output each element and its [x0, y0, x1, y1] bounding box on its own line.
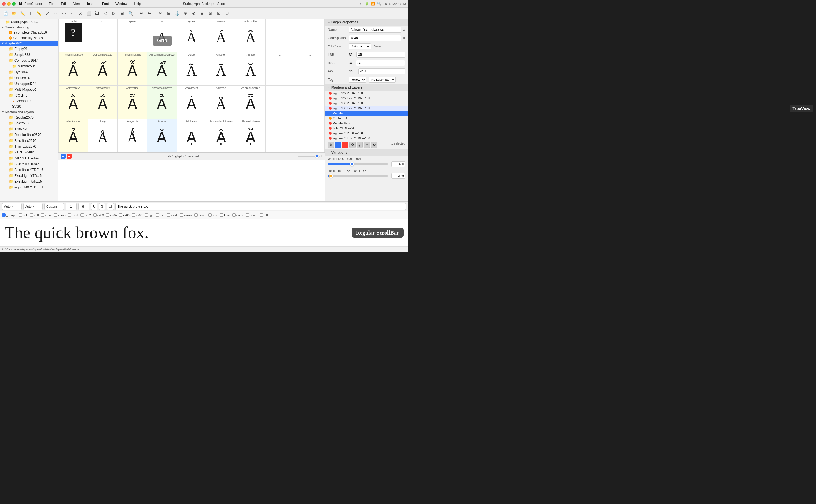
rsb-input[interactable] [356, 60, 405, 66]
ot-feature-frac[interactable]: frac [208, 213, 218, 217]
extra-tool-button[interactable]: ⚙ [371, 142, 377, 148]
glyph-cell-notdef[interactable]: .notdef ? [59, 19, 88, 52]
glyph-cell-abrevehookabove[interactable]: Abrevehookabove Ẳ [147, 86, 177, 119]
grid-zoom-slider[interactable]: − + [295, 155, 323, 158]
glyph-cell-acircumflexdotbelow[interactable]: Acircumflexdotbelow Ậ [206, 119, 236, 152]
sidebar-item-thin[interactable]: 📁 Thin 2570 [0, 126, 58, 132]
toolbar-button-crop[interactable]: ✂ [157, 9, 164, 17]
case-checkbox[interactable] [41, 213, 44, 217]
ot-feature-cv01[interactable]: cv01 [68, 213, 78, 217]
variations-header[interactable]: ▲ Variations [325, 149, 408, 156]
ot-feature-cv03[interactable]: cv03 [93, 213, 104, 217]
zoom-thumb[interactable] [315, 155, 319, 158]
sidebar-item-extralight[interactable]: 📁 ExtraLight YTD... 5 [0, 173, 58, 178]
master-item-wght349[interactable]: wght=349 YTDE=-188 [325, 91, 408, 96]
menu-view[interactable]: View [72, 1, 82, 6]
glyph-cell-cr[interactable]: CR [88, 19, 118, 52]
sidebar-item-bold-italic-ytde[interactable]: 📁 Bold Italic YTDE... 6 [0, 167, 58, 173]
toolbar-button-zoom[interactable]: 🔍 [127, 9, 134, 17]
glyph-cell-adotaccent[interactable]: Adotaccent Ȧ [177, 86, 206, 119]
glyph-cell-atilde[interactable]: Atilde Ã [177, 52, 206, 86]
checkbox-button[interactable]: ☑ [107, 203, 114, 210]
sidebar-item-empty[interactable]: 📁 Empty 21 [0, 46, 58, 52]
aalt-checkbox[interactable] [19, 213, 22, 217]
sidebar-item-simple[interactable]: 📁 Simple 838 [0, 52, 58, 57]
toolbar-button-select[interactable]: ⊞ [118, 9, 126, 17]
rclt-checkbox[interactable] [260, 213, 263, 217]
glyph-cell-acircumflexhookabove[interactable]: Acircumflexhookabove Ẩ [147, 52, 177, 86]
sidebar-item-regular-italic[interactable]: 📁 Regular Italic 2570 [0, 132, 58, 138]
toolbar-button-component[interactable]: ⊕ [182, 9, 189, 17]
glyph-cell-abrevegrave[interactable]: Abrevegrave Ằ [59, 86, 88, 119]
ot-feature-shape[interactable]: _shape [2, 213, 16, 217]
toolbar-button-knife[interactable]: ⚔ [77, 9, 84, 17]
cv03-checkbox[interactable] [93, 213, 97, 217]
glyph-cell-acircumflexacute[interactable]: Acircumflexacute Ấ [88, 52, 118, 86]
ot-feature-onum[interactable]: onum [246, 213, 258, 217]
descender-slider[interactable] [328, 174, 388, 178]
onum-checkbox[interactable] [246, 213, 249, 217]
glyph-cell-abreveacute[interactable]: Abreveacute Ắ [88, 86, 118, 119]
glyph-cell-a[interactable]: A A [147, 19, 177, 52]
sidebar-item-wght349[interactable]: 📁 wght=349 YTDE... 1 [0, 184, 58, 190]
sidebar-item-regular[interactable]: 📁 Regular 2570 [0, 114, 58, 120]
numr-checkbox[interactable] [232, 213, 236, 217]
dnom-checkbox[interactable] [194, 213, 198, 217]
name-clear-icon[interactable]: ✕ [403, 28, 405, 32]
sidebar-item-unmapped[interactable]: 📁 Unmapped 784 [0, 81, 58, 87]
toolbar-button-anchor[interactable]: ⚓ [173, 9, 181, 17]
auto-dropdown[interactable]: Auto ▼ [2, 203, 22, 210]
sidebar-item-svg[interactable]: SVG 0 [0, 104, 58, 109]
sidebar-item-multimapped[interactable]: 📁 Multi Mapped 0 [0, 87, 58, 92]
add-master-button[interactable]: + [335, 142, 341, 148]
remove-glyph-button[interactable]: − [67, 154, 72, 159]
glyph-cell-extra2[interactable]: ... [295, 19, 325, 52]
menu-font[interactable]: Font [101, 1, 110, 6]
sidebar-section-masters[interactable]: ▼ Masters and Layers [0, 109, 58, 114]
refresh-button[interactable]: ↻ [328, 142, 334, 148]
cv04-checkbox[interactable] [106, 213, 109, 217]
ccmp-checkbox[interactable] [54, 213, 57, 217]
menu-window[interactable]: Window [114, 1, 129, 6]
ot-feature-cv06[interactable]: cv06 [132, 213, 142, 217]
ot-feature-case[interactable]: case [41, 213, 52, 217]
master-item-wght350[interactable]: wght=350 YTDE=-188 [325, 101, 408, 106]
pen-tool-button[interactable]: ✏ [364, 142, 370, 148]
strikethrough-button[interactable]: S [99, 203, 105, 210]
glyph-cell-space[interactable]: space [118, 19, 147, 52]
toolbar-button-back[interactable]: ↩ [137, 9, 145, 17]
sidebar-section-glyphs[interactable]: ▼ Glyphs 2570 [0, 41, 58, 46]
ot-feature-aalt[interactable]: aalt [19, 213, 28, 217]
name-input[interactable] [349, 27, 401, 33]
toolbar-button-bezier[interactable]: 〰 [52, 9, 59, 17]
codepoints-clear-icon[interactable]: ✕ [403, 36, 405, 40]
toolbar-button-pencil[interactable]: ✏️ [18, 9, 26, 17]
master-item-wght349-italic[interactable]: wght=349 Italic YTDE=-188 [325, 96, 408, 101]
ot-feature-mark[interactable]: mark [167, 213, 178, 217]
master-item-regular[interactable]: Regular [325, 111, 408, 116]
master-item-wght499-italic[interactable]: wght=499 Italic YTDE=-188 [325, 136, 408, 141]
liga-checkbox[interactable] [145, 213, 148, 217]
underline-button[interactable]: U [91, 203, 97, 210]
weight-thumb[interactable] [350, 162, 354, 166]
toolbar-button-forward[interactable]: ↪ [146, 9, 153, 17]
sidebar-item-member[interactable]: 📁 Member 504 [0, 63, 58, 69]
glyph-cell-r3e8[interactable]: ... [266, 86, 295, 119]
sidebar-item-composite[interactable]: 📁 Composite 1647 [0, 57, 58, 63]
toolbar-button-metrics[interactable]: ⊟ [165, 9, 173, 17]
close-button[interactable] [2, 2, 6, 6]
ot-feature-rclt[interactable]: rclt [260, 213, 268, 217]
master-item-ytde-64[interactable]: YTDE=-64 [325, 116, 408, 121]
maximize-button[interactable] [12, 2, 16, 6]
toolbar-button-kern[interactable]: ⊞ [198, 9, 206, 17]
sidebar-section-troubleshooting[interactable]: ▶ Troubleshooting [0, 25, 58, 30]
glyph-cell-abrevetilde[interactable]: Abrevetilde Ẵ [118, 86, 147, 119]
descender-thumb[interactable] [329, 174, 333, 178]
settings-button[interactable]: ⚙ [349, 142, 356, 148]
mkmk-checkbox[interactable] [180, 213, 183, 217]
preview-text-input[interactable] [115, 203, 406, 210]
sidebar-item-bold-ytde[interactable]: 📁 Bold YTDE=-64 6 [0, 161, 58, 167]
toolbar-button-arrow-right[interactable]: ▷ [110, 9, 118, 17]
toolbar-button-2[interactable]: 📂 [10, 9, 18, 17]
glyph-cell-acircumflexgrave[interactable]: Acircumflexgrave Ầ [59, 52, 88, 86]
